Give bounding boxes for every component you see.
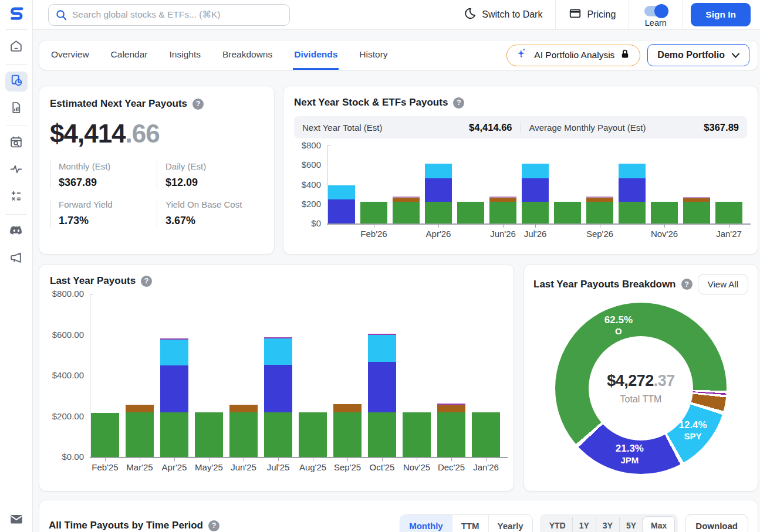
period-monthly[interactable]: Monthly — [400, 515, 452, 532]
tab-dividends[interactable]: Dividends — [293, 40, 339, 70]
x-tick — [417, 458, 417, 461]
bar-segment-Other — [229, 405, 258, 412]
chevron-down-icon — [732, 50, 739, 60]
x-tick-label: Nov'25 — [403, 462, 430, 472]
divider — [682, 0, 683, 29]
pricing-label: Pricing — [587, 9, 616, 20]
bar-Dec'26 — [683, 197, 710, 223]
search-input[interactable] — [48, 4, 290, 26]
sidebar-item-portfolio-pie-icon[interactable] — [5, 72, 28, 92]
bar-segment-O — [554, 202, 581, 223]
help-icon[interactable]: ? — [192, 99, 204, 110]
x-tick-label: Dec'25 — [438, 462, 465, 472]
view-all-button[interactable]: View All — [698, 274, 748, 294]
range-ytd[interactable]: YTD — [543, 517, 572, 532]
tabbar-actions: AI Portfolio Analysis Demo Portfolio — [506, 44, 749, 66]
tab-breakdowns[interactable]: Breakdowns — [221, 40, 273, 70]
x-tick-label: Sep'25 — [334, 462, 361, 472]
bar-segment-O — [126, 412, 154, 457]
next-year-payouts-card: Next Year Stock & ETFs Payouts ? Next Ye… — [283, 86, 758, 255]
sidebar-item-calendar-search-icon[interactable] — [5, 133, 28, 153]
topbar-actions: Switch to Dark Pricing Learn Sign In — [451, 0, 760, 29]
sign-in-button[interactable]: Sign In — [691, 3, 751, 26]
bar-Sep'26 — [586, 196, 613, 223]
help-icon[interactable]: ? — [453, 97, 464, 109]
y-axis — [90, 294, 90, 457]
app-logo[interactable] — [7, 5, 26, 26]
bar-segment-Other — [437, 405, 465, 412]
time-period-controls: MonthlyTTMYearly YTD1Y3Y5YMax Download — [400, 514, 748, 532]
tab-history[interactable]: History — [358, 40, 389, 70]
range-1y[interactable]: 1Y — [572, 517, 596, 532]
bar-segment-SPY — [619, 164, 646, 178]
y-tick-label: $800.00 — [50, 289, 84, 299]
bar-segment-SPY — [160, 340, 188, 365]
help-icon[interactable]: ? — [208, 520, 219, 531]
x-tick — [313, 458, 313, 461]
learn-toggle[interactable] — [644, 6, 667, 16]
bar-segment-O — [619, 202, 646, 223]
last-year-payouts-card: Last Year Payouts ? $0.00$200.00$400.00$… — [39, 264, 514, 492]
x-tick — [451, 458, 452, 461]
download-button[interactable]: Download — [685, 514, 748, 532]
sidebar-item-report-chart-icon[interactable] — [5, 99, 28, 118]
sidebar-item-calculator-icon[interactable] — [5, 187, 28, 207]
sidebar-item-discord-icon[interactable] — [5, 222, 28, 242]
help-icon[interactable]: ? — [681, 279, 693, 290]
bar-segment-O — [437, 412, 465, 457]
x-axis — [90, 457, 508, 458]
x-tick-label: Jul'25 — [267, 462, 290, 472]
bar-segment-O — [403, 412, 431, 457]
last-year-breakdown-card: Last Year Payouts Breakdown ? View All $… — [523, 264, 758, 492]
sidebar-item-megaphone-icon[interactable] — [5, 249, 28, 269]
card-title: Next Year Stock & ETFs Payouts — [294, 97, 448, 109]
tab-calendar[interactable]: Calendar — [110, 40, 149, 70]
bar-Jul'26 — [522, 164, 549, 223]
help-icon[interactable]: ? — [141, 276, 152, 287]
pricing-button[interactable]: Pricing — [556, 7, 629, 22]
x-tick-label: Jan'27 — [716, 229, 742, 239]
range-max[interactable]: Max — [643, 516, 675, 532]
range-3y[interactable]: 3Y — [596, 517, 619, 532]
activity-icon — [9, 162, 23, 179]
bar-Feb'26 — [360, 202, 387, 223]
bar-Nov'26 — [651, 202, 678, 223]
period-yearly[interactable]: Yearly — [489, 515, 532, 532]
donut-slice-label-O: 62.5%O — [604, 314, 633, 336]
mail-icon[interactable] — [9, 511, 24, 529]
tab-overview[interactable]: Overview — [50, 40, 90, 70]
x-tick — [174, 458, 175, 461]
moon-icon — [464, 7, 477, 22]
portfolio-selector-label: Demo Portfolio — [657, 50, 725, 60]
ai-portfolio-analysis-button[interactable]: AI Portfolio Analysis — [506, 45, 640, 66]
tab-insights[interactable]: Insights — [168, 40, 202, 70]
theme-switch-button[interactable]: Switch to Dark — [451, 7, 555, 22]
bar-segment-O — [489, 202, 516, 223]
bar-Oct'26 — [619, 164, 646, 223]
bar-Aug'26 — [554, 202, 581, 223]
x-tick — [244, 458, 244, 461]
x-tick — [374, 225, 374, 228]
bar-Jul'25 — [264, 337, 292, 457]
card-title: Last Year Payouts Breakdown — [533, 279, 676, 290]
range-segmented-control: YTD1Y3Y5YMax — [540, 514, 678, 532]
bar-Sep'25 — [333, 404, 362, 457]
summary-item: Next Year Total (Est) $4,414.66 — [294, 122, 521, 133]
bar-segment-JPM — [522, 178, 549, 202]
portfolio-selector[interactable]: Demo Portfolio — [647, 44, 749, 66]
sidebar-item-home-icon[interactable] — [5, 37, 28, 57]
discord-icon — [9, 223, 24, 240]
next-year-summary-bar: Next Year Total (Est) $4,414.66 Average … — [294, 116, 747, 138]
next-year-payouts-chart: $0$200$400$600$800Feb'26Apr'26Jun'26Jul'… — [294, 145, 747, 243]
bar-segment-SPY — [368, 335, 396, 362]
bar-segment-JPM — [328, 199, 355, 223]
bar-Nov'25 — [403, 412, 431, 457]
learn-label: Learn — [645, 18, 667, 28]
sidebar-item-activity-icon[interactable] — [5, 160, 28, 180]
x-axis — [327, 223, 751, 225]
period-ttm[interactable]: TTM — [452, 515, 489, 532]
bar-segment-SPY — [425, 164, 452, 178]
x-tick-label: Feb'25 — [92, 462, 118, 472]
y-tick-label: $800 — [294, 140, 321, 150]
range-5y[interactable]: 5Y — [619, 517, 643, 532]
